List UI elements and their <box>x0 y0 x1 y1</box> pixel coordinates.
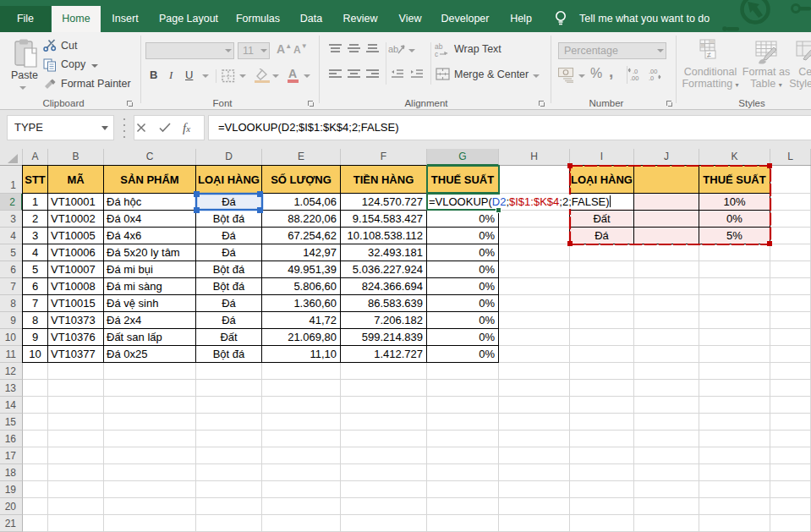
svg-text:ab: ab <box>388 44 398 54</box>
svg-text:≠: ≠ <box>707 51 711 59</box>
svg-text:c: c <box>435 50 439 58</box>
svg-text:.0: .0 <box>649 74 654 81</box>
svg-text:.00: .00 <box>630 74 638 81</box>
